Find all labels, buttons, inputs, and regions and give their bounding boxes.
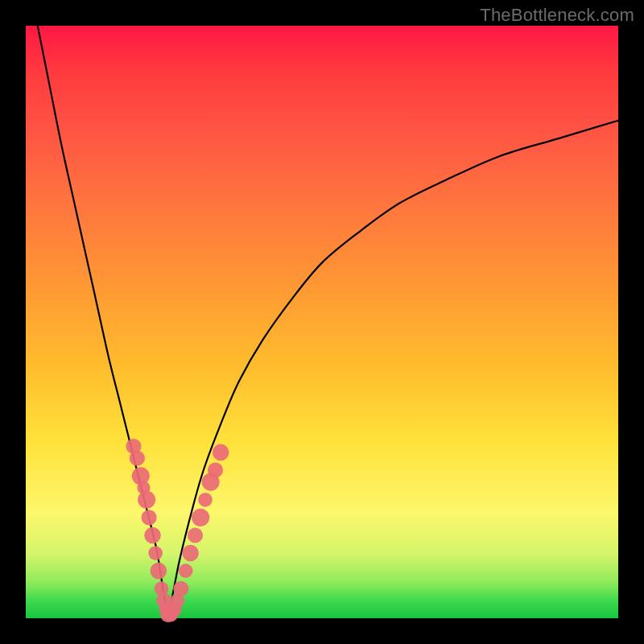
highlight-marker <box>130 451 145 466</box>
highlight-marker <box>198 493 213 507</box>
highlight-marker <box>151 563 167 580</box>
highlight-marker <box>148 546 163 560</box>
curve-right-branch <box>168 121 618 618</box>
highlight-marker <box>138 491 155 509</box>
curve-layer <box>26 26 618 618</box>
highlight-marker <box>192 509 209 526</box>
highlight-marker <box>142 510 157 525</box>
highlight-marker <box>213 444 229 461</box>
highlight-marker <box>173 581 188 597</box>
highlight-marker <box>179 564 193 578</box>
chart-frame: TheBottleneck.com <box>0 0 644 644</box>
highlight-marker <box>208 462 223 477</box>
plot-area <box>26 26 618 618</box>
highlight-marker <box>188 527 203 543</box>
highlight-marker <box>182 545 199 562</box>
watermark-text: TheBottleneck.com <box>480 5 634 26</box>
highlight-marker <box>144 527 161 544</box>
